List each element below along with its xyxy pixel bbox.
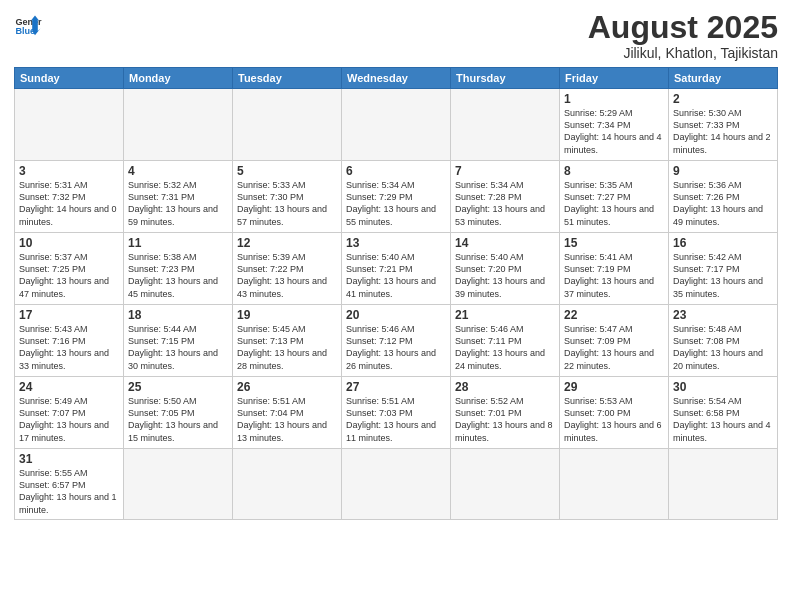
day-info: Sunrise: 5:54 AM Sunset: 6:58 PM Dayligh… — [673, 395, 773, 444]
day-info: Sunrise: 5:46 AM Sunset: 7:11 PM Dayligh… — [455, 323, 555, 372]
table-cell: 13Sunrise: 5:40 AM Sunset: 7:21 PM Dayli… — [342, 233, 451, 305]
day-info: Sunrise: 5:38 AM Sunset: 7:23 PM Dayligh… — [128, 251, 228, 300]
day-number: 20 — [346, 308, 446, 322]
day-number: 29 — [564, 380, 664, 394]
day-info: Sunrise: 5:42 AM Sunset: 7:17 PM Dayligh… — [673, 251, 773, 300]
day-info: Sunrise: 5:40 AM Sunset: 7:20 PM Dayligh… — [455, 251, 555, 300]
day-number: 7 — [455, 164, 555, 178]
table-cell: 24Sunrise: 5:49 AM Sunset: 7:07 PM Dayli… — [15, 377, 124, 449]
day-info: Sunrise: 5:34 AM Sunset: 7:28 PM Dayligh… — [455, 179, 555, 228]
table-cell — [451, 89, 560, 161]
table-cell — [124, 449, 233, 520]
header-sunday: Sunday — [15, 68, 124, 89]
day-number: 5 — [237, 164, 337, 178]
table-cell: 1Sunrise: 5:29 AM Sunset: 7:34 PM Daylig… — [560, 89, 669, 161]
day-info: Sunrise: 5:41 AM Sunset: 7:19 PM Dayligh… — [564, 251, 664, 300]
table-cell — [124, 89, 233, 161]
day-info: Sunrise: 5:47 AM Sunset: 7:09 PM Dayligh… — [564, 323, 664, 372]
day-number: 16 — [673, 236, 773, 250]
day-info: Sunrise: 5:49 AM Sunset: 7:07 PM Dayligh… — [19, 395, 119, 444]
table-cell: 9Sunrise: 5:36 AM Sunset: 7:26 PM Daylig… — [669, 161, 778, 233]
day-number: 12 — [237, 236, 337, 250]
table-cell: 16Sunrise: 5:42 AM Sunset: 7:17 PM Dayli… — [669, 233, 778, 305]
day-info: Sunrise: 5:52 AM Sunset: 7:01 PM Dayligh… — [455, 395, 555, 444]
table-cell: 5Sunrise: 5:33 AM Sunset: 7:30 PM Daylig… — [233, 161, 342, 233]
header-tuesday: Tuesday — [233, 68, 342, 89]
table-cell: 29Sunrise: 5:53 AM Sunset: 7:00 PM Dayli… — [560, 377, 669, 449]
day-info: Sunrise: 5:37 AM Sunset: 7:25 PM Dayligh… — [19, 251, 119, 300]
table-cell: 8Sunrise: 5:35 AM Sunset: 7:27 PM Daylig… — [560, 161, 669, 233]
day-number: 23 — [673, 308, 773, 322]
table-cell: 30Sunrise: 5:54 AM Sunset: 6:58 PM Dayli… — [669, 377, 778, 449]
day-info: Sunrise: 5:48 AM Sunset: 7:08 PM Dayligh… — [673, 323, 773, 372]
day-number: 25 — [128, 380, 228, 394]
header-wednesday: Wednesday — [342, 68, 451, 89]
day-info: Sunrise: 5:53 AM Sunset: 7:00 PM Dayligh… — [564, 395, 664, 444]
svg-text:Blue: Blue — [15, 26, 35, 36]
table-cell: 26Sunrise: 5:51 AM Sunset: 7:04 PM Dayli… — [233, 377, 342, 449]
day-number: 27 — [346, 380, 446, 394]
logo-icon: General Blue — [14, 10, 42, 38]
table-cell — [342, 449, 451, 520]
calendar-title: August 2025 — [588, 10, 778, 45]
day-number: 21 — [455, 308, 555, 322]
table-cell: 20Sunrise: 5:46 AM Sunset: 7:12 PM Dayli… — [342, 305, 451, 377]
day-number: 26 — [237, 380, 337, 394]
day-info: Sunrise: 5:36 AM Sunset: 7:26 PM Dayligh… — [673, 179, 773, 228]
table-cell: 14Sunrise: 5:40 AM Sunset: 7:20 PM Dayli… — [451, 233, 560, 305]
table-cell: 17Sunrise: 5:43 AM Sunset: 7:16 PM Dayli… — [15, 305, 124, 377]
weekday-header-row: Sunday Monday Tuesday Wednesday Thursday… — [15, 68, 778, 89]
day-info: Sunrise: 5:51 AM Sunset: 7:03 PM Dayligh… — [346, 395, 446, 444]
week-row-5: 31Sunrise: 5:55 AM Sunset: 6:57 PM Dayli… — [15, 449, 778, 520]
table-cell: 31Sunrise: 5:55 AM Sunset: 6:57 PM Dayli… — [15, 449, 124, 520]
header-friday: Friday — [560, 68, 669, 89]
day-info: Sunrise: 5:30 AM Sunset: 7:33 PM Dayligh… — [673, 107, 773, 156]
day-number: 24 — [19, 380, 119, 394]
table-cell: 25Sunrise: 5:50 AM Sunset: 7:05 PM Dayli… — [124, 377, 233, 449]
day-info: Sunrise: 5:44 AM Sunset: 7:15 PM Dayligh… — [128, 323, 228, 372]
day-number: 4 — [128, 164, 228, 178]
day-number: 18 — [128, 308, 228, 322]
week-row-3: 17Sunrise: 5:43 AM Sunset: 7:16 PM Dayli… — [15, 305, 778, 377]
table-cell — [560, 449, 669, 520]
table-cell: 27Sunrise: 5:51 AM Sunset: 7:03 PM Dayli… — [342, 377, 451, 449]
table-cell: 21Sunrise: 5:46 AM Sunset: 7:11 PM Dayli… — [451, 305, 560, 377]
table-cell — [451, 449, 560, 520]
day-info: Sunrise: 5:29 AM Sunset: 7:34 PM Dayligh… — [564, 107, 664, 156]
header: General Blue August 2025 Jilikul, Khatlo… — [14, 10, 778, 61]
table-cell — [15, 89, 124, 161]
day-number: 19 — [237, 308, 337, 322]
table-cell: 15Sunrise: 5:41 AM Sunset: 7:19 PM Dayli… — [560, 233, 669, 305]
day-number: 8 — [564, 164, 664, 178]
day-number: 11 — [128, 236, 228, 250]
day-number: 10 — [19, 236, 119, 250]
day-number: 17 — [19, 308, 119, 322]
day-number: 22 — [564, 308, 664, 322]
day-info: Sunrise: 5:34 AM Sunset: 7:29 PM Dayligh… — [346, 179, 446, 228]
day-number: 1 — [564, 92, 664, 106]
day-number: 3 — [19, 164, 119, 178]
table-cell: 7Sunrise: 5:34 AM Sunset: 7:28 PM Daylig… — [451, 161, 560, 233]
day-info: Sunrise: 5:43 AM Sunset: 7:16 PM Dayligh… — [19, 323, 119, 372]
day-info: Sunrise: 5:51 AM Sunset: 7:04 PM Dayligh… — [237, 395, 337, 444]
day-number: 31 — [19, 452, 119, 466]
day-info: Sunrise: 5:50 AM Sunset: 7:05 PM Dayligh… — [128, 395, 228, 444]
title-block: August 2025 Jilikul, Khatlon, Tajikistan — [588, 10, 778, 61]
day-info: Sunrise: 5:32 AM Sunset: 7:31 PM Dayligh… — [128, 179, 228, 228]
day-number: 14 — [455, 236, 555, 250]
table-cell: 22Sunrise: 5:47 AM Sunset: 7:09 PM Dayli… — [560, 305, 669, 377]
day-info: Sunrise: 5:31 AM Sunset: 7:32 PM Dayligh… — [19, 179, 119, 228]
day-number: 6 — [346, 164, 446, 178]
table-cell: 2Sunrise: 5:30 AM Sunset: 7:33 PM Daylig… — [669, 89, 778, 161]
table-cell: 23Sunrise: 5:48 AM Sunset: 7:08 PM Dayli… — [669, 305, 778, 377]
day-number: 30 — [673, 380, 773, 394]
day-number: 13 — [346, 236, 446, 250]
table-cell: 19Sunrise: 5:45 AM Sunset: 7:13 PM Dayli… — [233, 305, 342, 377]
week-row-1: 3Sunrise: 5:31 AM Sunset: 7:32 PM Daylig… — [15, 161, 778, 233]
table-cell: 6Sunrise: 5:34 AM Sunset: 7:29 PM Daylig… — [342, 161, 451, 233]
day-number: 15 — [564, 236, 664, 250]
page: General Blue August 2025 Jilikul, Khatlo… — [0, 0, 792, 612]
day-number: 2 — [673, 92, 773, 106]
day-info: Sunrise: 5:39 AM Sunset: 7:22 PM Dayligh… — [237, 251, 337, 300]
day-info: Sunrise: 5:46 AM Sunset: 7:12 PM Dayligh… — [346, 323, 446, 372]
